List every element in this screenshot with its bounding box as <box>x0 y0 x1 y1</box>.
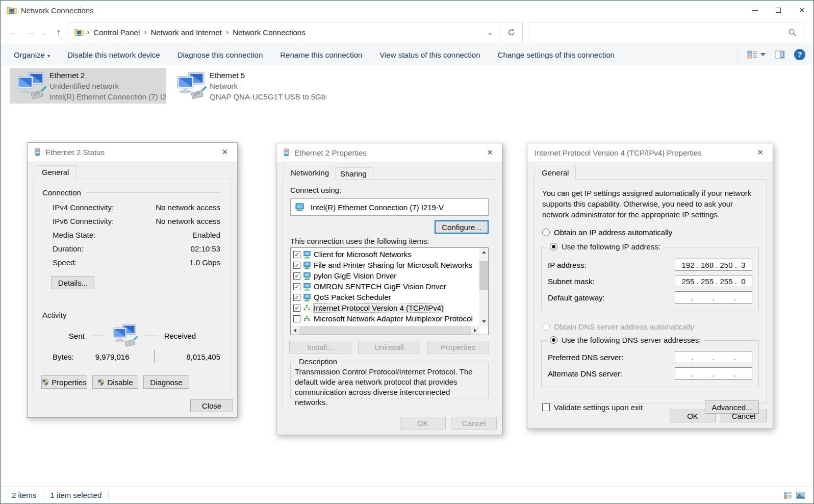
scroll-down-icon[interactable] <box>479 317 488 326</box>
address-bar[interactable]: › Control Panel › Network and Internet ›… <box>69 22 523 42</box>
sent-bytes: 9,979,016 <box>88 352 147 361</box>
list-item[interactable]: ✓File and Printer Sharing for Microsoft … <box>291 260 479 270</box>
scrollbar-thumb[interactable] <box>479 261 488 290</box>
recent-locations-icon[interactable]: ⌄ <box>38 29 50 36</box>
connection-device: QNAP QNA-UC5G1T USB to 5GbE... <box>210 91 326 102</box>
radio-icon[interactable] <box>550 336 557 344</box>
checkbox[interactable]: ✓ <box>293 294 300 301</box>
advanced-button[interactable]: Advanced... <box>705 400 759 414</box>
search-icon[interactable] <box>781 28 804 37</box>
list-item[interactable]: ✓Client for Microsoft Networks <box>291 249 479 260</box>
close-button[interactable]: Close <box>190 399 233 412</box>
radio-icon[interactable] <box>542 229 550 236</box>
scroll-up-icon[interactable] <box>479 248 488 257</box>
checkbox[interactable] <box>293 315 300 322</box>
dialog-titlebar[interactable]: Ethernet 2 Status ✕ <box>28 143 237 161</box>
checkbox[interactable]: ✓ <box>293 251 300 258</box>
connection-items-list: ✓Client for Microsoft Networks ✓File and… <box>290 247 489 335</box>
details-button[interactable]: Details... <box>52 276 94 289</box>
dialog-titlebar[interactable]: Internet Protocol Version 4 (TCP/IPv4) P… <box>527 143 773 162</box>
general-tab-page: You can get IP settings assigned automat… <box>533 179 767 404</box>
description-text: Transmission Control Protocol/Internet P… <box>291 362 488 408</box>
alternate-dns-row: Alternate DNS server: . . . <box>548 367 752 380</box>
change-view-button[interactable] <box>747 51 766 59</box>
diagnose-connection-button[interactable]: Diagnose this connection <box>177 51 263 59</box>
configure-button[interactable]: Configure... <box>435 220 489 234</box>
tab-sharing[interactable]: Sharing <box>334 167 373 180</box>
organize-button[interactable]: Organize▾ <box>14 51 50 59</box>
diagnose-button[interactable]: Diagnose <box>143 375 189 389</box>
checkbox[interactable]: ✓ <box>293 305 300 312</box>
use-ip-radio[interactable]: Use the following IP address: <box>547 242 664 251</box>
alternate-dns-field[interactable]: . . . <box>675 367 752 380</box>
address-dropdown-icon[interactable]: ⌄ <box>480 29 500 36</box>
scrollbar-thumb[interactable] <box>299 326 471 335</box>
list-item[interactable]: ✓QoS Packet Scheduler <box>291 292 479 303</box>
statusbar-view-buttons <box>784 492 813 499</box>
validate-checkbox[interactable] <box>542 404 550 411</box>
ethernet2-properties-dialog: Ethernet 2 Properties ✕ Networking Shari… <box>276 143 503 435</box>
uninstall-button[interactable]: Uninstall <box>358 341 420 354</box>
protocol-icon <box>303 315 313 322</box>
default-gateway-field[interactable]: . . . <box>675 291 752 304</box>
ok-button[interactable]: OK <box>400 417 446 430</box>
maximize-icon[interactable] <box>767 1 790 20</box>
close-icon[interactable]: ✕ <box>484 147 496 158</box>
forward-icon[interactable]: → <box>22 28 38 37</box>
uac-shield-icon <box>42 379 49 386</box>
radio-icon[interactable] <box>550 243 557 250</box>
view-status-button[interactable]: View status of this connection <box>379 51 480 59</box>
item-properties-button[interactable]: Properties <box>427 341 489 354</box>
close-icon[interactable]: ✕ <box>754 147 767 158</box>
list-item[interactable]: ✓Internet Protocol Version 4 (TCP/IPv4) <box>291 303 479 313</box>
use-dns-radio[interactable]: Use the following DNS server addresses: <box>547 336 704 344</box>
command-toolbar: Organize▾ Disable this network device Di… <box>1 44 813 65</box>
details-view-button[interactable] <box>784 492 792 499</box>
rename-connection-button[interactable]: Rename this connection <box>280 51 362 59</box>
preview-pane-button[interactable] <box>775 51 785 59</box>
items-label: This connection uses the following items… <box>290 237 489 245</box>
minimize-icon[interactable] <box>743 1 767 20</box>
obtain-ip-radio[interactable]: Obtain an IP address automatically <box>542 228 758 237</box>
statusbar-separator <box>43 490 43 500</box>
list-item[interactable]: ✓pylon GigE Vision Driver <box>291 270 479 281</box>
close-icon[interactable]: ✕ <box>218 146 231 158</box>
preferred-dns-field[interactable]: . . . <box>675 351 752 363</box>
breadcrumb-network-and-internet[interactable]: Network and Internet <box>147 28 226 37</box>
search-input[interactable] <box>529 28 781 36</box>
checkbox[interactable]: ✓ <box>293 283 300 290</box>
ip-address-field[interactable]: 192 . 168 . 250 . 3 <box>675 259 752 271</box>
install-button[interactable]: Install... <box>289 341 351 354</box>
disable-button[interactable]: Disable <box>92 375 138 389</box>
tab-general[interactable]: General <box>535 166 576 180</box>
tab-networking[interactable]: Networking <box>284 166 336 180</box>
horizontal-scrollbar[interactable] <box>291 326 479 335</box>
scroll-right-icon[interactable] <box>471 326 479 335</box>
properties-button[interactable]: Properties <box>41 375 87 389</box>
connection-name: Ethernet 2 <box>49 70 166 81</box>
close-icon[interactable]: ✕ <box>790 1 813 20</box>
cancel-button[interactable]: Cancel <box>451 417 497 430</box>
scroll-left-icon[interactable] <box>291 326 299 335</box>
connection-item-ethernet5[interactable]: Ethernet 5 Network QNAP QNA-UC5G1T USB t… <box>170 68 326 104</box>
dialog-titlebar[interactable]: Ethernet 2 Properties ✕ <box>276 143 502 162</box>
tab-general[interactable]: General <box>35 165 76 179</box>
disable-device-button[interactable]: Disable this network device <box>67 51 160 59</box>
connection-item-ethernet2[interactable]: Ethernet 2 Unidentified network Intel(R)… <box>10 68 166 104</box>
refresh-icon[interactable] <box>500 22 522 42</box>
up-icon[interactable]: ↑ <box>50 28 67 37</box>
checkbox[interactable]: ✓ <box>293 272 300 280</box>
network-client-icon <box>303 283 313 291</box>
list-item[interactable]: ✓OMRON SENTECH GigE Vision Driver <box>291 281 479 292</box>
large-icons-view-button[interactable] <box>796 492 805 499</box>
breadcrumb-control-panel[interactable]: Control Panel <box>89 28 144 37</box>
back-icon[interactable]: ← <box>6 28 22 37</box>
change-settings-button[interactable]: Change settings of this connection <box>498 51 615 59</box>
breadcrumb-network-connections[interactable]: Network Connections <box>228 28 310 37</box>
address-folder-icon <box>69 28 87 37</box>
vertical-scrollbar[interactable] <box>479 248 488 326</box>
checkbox[interactable]: ✓ <box>293 262 300 269</box>
subnet-mask-field[interactable]: 255 . 255 . 255 . 0 <box>675 275 752 287</box>
help-button[interactable]: ? <box>794 49 805 60</box>
list-item[interactable]: Microsoft Network Adapter Multiplexor Pr… <box>291 313 479 324</box>
